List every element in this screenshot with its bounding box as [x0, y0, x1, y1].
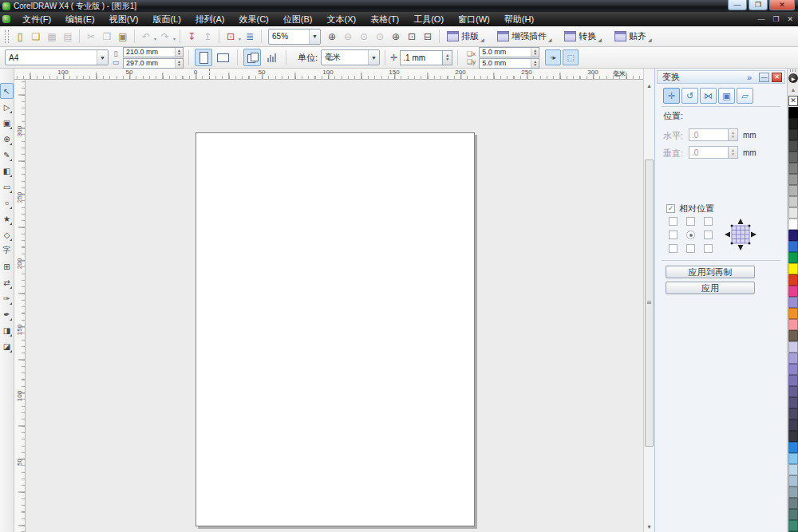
menu-item-11[interactable]: 帮助(H): [497, 12, 541, 26]
polygon-tool[interactable]: ★: [0, 211, 14, 227]
color-swatch[interactable]: [788, 207, 798, 219]
zoom-to-all-button[interactable]: ⊙: [372, 29, 388, 45]
all-pages-button[interactable]: [243, 49, 261, 66]
color-swatch[interactable]: [788, 341, 798, 353]
document-restore-button[interactable]: ❐: [772, 15, 779, 23]
anchor-checkbox-0-1[interactable]: [686, 217, 695, 226]
menu-item-4[interactable]: 排列(A): [188, 12, 232, 26]
undo-button[interactable]: ↶: [138, 29, 154, 45]
save-document-button[interactable]: ▦: [44, 29, 60, 45]
paper-height-input[interactable]: 297.0 mm ▲▼: [123, 58, 184, 69]
new-document-button[interactable]: ▯: [12, 29, 28, 45]
anchor-checkbox-0-2[interactable]: [704, 217, 713, 226]
paste-button[interactable]: ▣: [115, 29, 131, 45]
color-swatch[interactable]: [788, 408, 798, 420]
treat-as-filled-toggle[interactable]: ⬚: [563, 49, 579, 65]
palette-scroll-up[interactable]: ▲: [788, 85, 798, 94]
vertical-scrollbar[interactable]: ▲ ▼: [643, 69, 654, 532]
chevron-down-icon[interactable]: ▾: [154, 36, 156, 41]
landscape-button[interactable]: [214, 49, 231, 66]
color-swatch[interactable]: [788, 185, 798, 196]
chevron-down-icon[interactable]: ▼: [309, 30, 320, 44]
color-swatch[interactable]: [788, 364, 798, 375]
apply-button[interactable]: 应用: [666, 282, 755, 294]
units-select[interactable]: 毫米 ▼: [321, 49, 380, 65]
menu-item-5[interactable]: 效果(C): [232, 12, 276, 26]
menu-item-1[interactable]: 编辑(E): [58, 12, 102, 26]
anchor-checkbox-2-0[interactable]: [669, 244, 678, 253]
paper-width-spinner[interactable]: ▲▼: [175, 48, 183, 57]
nudge-offset-input[interactable]: .1 mm: [400, 50, 443, 65]
docker-minimize-button[interactable]: —: [759, 73, 769, 82]
fill-tool[interactable]: ◨: [0, 322, 14, 338]
color-swatch[interactable]: [788, 297, 798, 308]
scroll-up-arrow[interactable]: ▲: [644, 80, 654, 91]
color-swatch[interactable]: [788, 140, 798, 152]
color-swatch[interactable]: [788, 397, 798, 408]
maximize-button[interactable]: ❐: [749, 0, 768, 10]
vertical-spinner[interactable]: ▲▼: [729, 146, 738, 159]
close-button[interactable]: ✕: [769, 0, 795, 10]
color-swatch[interactable]: [788, 118, 798, 129]
zoom-to-width-button[interactable]: ⊡: [404, 29, 420, 45]
color-swatch[interactable]: [788, 129, 798, 140]
color-swatch[interactable]: [788, 174, 798, 185]
marquee-select-toggle[interactable]: ▫▸: [545, 49, 561, 65]
anchor-checkbox-2-2[interactable]: [704, 244, 713, 253]
relative-position-checkbox[interactable]: ✓ 相对位置: [666, 203, 714, 215]
interactive-blend-tool[interactable]: ⇄: [0, 274, 14, 290]
color-swatch[interactable]: [788, 252, 798, 263]
color-swatch[interactable]: [788, 375, 798, 386]
position-transform-button[interactable]: ✛: [663, 88, 680, 104]
scale-mirror-transform-button[interactable]: ⋈: [700, 88, 717, 104]
size-transform-button[interactable]: ▣: [718, 88, 735, 104]
chevron-down-icon[interactable]: ▾: [239, 36, 241, 41]
skew-transform-button[interactable]: ▱: [737, 88, 753, 104]
typesetting-button[interactable]: 排版◢: [443, 29, 488, 45]
menu-item-3[interactable]: 版面(L): [145, 12, 188, 26]
color-swatch[interactable]: [788, 219, 798, 230]
duplicate-y-input[interactable]: 5.0 mm ▲▼: [479, 58, 539, 69]
document-close-button[interactable]: ✕: [787, 15, 793, 23]
anchor-center-radio[interactable]: [686, 231, 695, 239]
minimize-button[interactable]: —: [728, 0, 747, 10]
outline-pen-tool[interactable]: ✒: [0, 306, 14, 322]
duplicate-x-spinner[interactable]: ▲▼: [531, 48, 539, 57]
paper-size-select[interactable]: A4 ▼: [5, 49, 109, 65]
color-swatch[interactable]: [788, 107, 798, 118]
interactive-fill-tool[interactable]: ◪: [0, 338, 14, 354]
menu-item-9[interactable]: 工具(O): [406, 12, 451, 26]
toolbar-grip[interactable]: [5, 30, 9, 43]
horizontal-input[interactable]: .0: [689, 128, 729, 141]
color-swatch[interactable]: [788, 464, 798, 475]
portrait-button[interactable]: [195, 49, 212, 66]
chevron-down-icon[interactable]: ▼: [368, 50, 379, 65]
palette-grip[interactable]: [790, 69, 796, 72]
color-swatch[interactable]: [788, 330, 798, 341]
duplicate-x-input[interactable]: 5.0 mm ▲▼: [479, 47, 539, 57]
redo-button[interactable]: ↷: [157, 29, 173, 45]
color-swatch[interactable]: [788, 230, 798, 241]
export-button[interactable]: ↥: [200, 29, 215, 45]
horizontal-spinner[interactable]: ▲▼: [729, 128, 738, 141]
chevron-down-icon[interactable]: ▼: [97, 50, 108, 65]
menu-item-0[interactable]: 文件(F): [15, 12, 58, 26]
anchor-checkbox-1-2[interactable]: [704, 231, 713, 239]
docker-close-button[interactable]: ✕: [772, 73, 782, 82]
color-swatch[interactable]: [788, 453, 798, 464]
menu-item-10[interactable]: 窗口(W): [451, 12, 497, 26]
basic-shapes-tool[interactable]: ◇: [0, 227, 14, 242]
color-swatch[interactable]: [788, 475, 798, 487]
zoom-in-button[interactable]: ⊕: [324, 29, 340, 45]
current-page-button[interactable]: [263, 49, 280, 66]
horizontal-ruler[interactable]: 毫米 10050050100150200250300: [14, 69, 643, 80]
zoom-to-height-button[interactable]: ⊟: [420, 29, 436, 45]
page-a4[interactable]: [196, 132, 475, 526]
zoom-level-select[interactable]: 65% ▼: [268, 29, 321, 45]
color-swatch[interactable]: [788, 263, 798, 274]
color-swatch[interactable]: [788, 163, 798, 174]
document-minimize-button[interactable]: —: [757, 15, 764, 23]
crop-tool[interactable]: ▣: [0, 115, 14, 131]
color-swatch[interactable]: [788, 196, 798, 207]
color-swatch[interactable]: [788, 498, 798, 509]
